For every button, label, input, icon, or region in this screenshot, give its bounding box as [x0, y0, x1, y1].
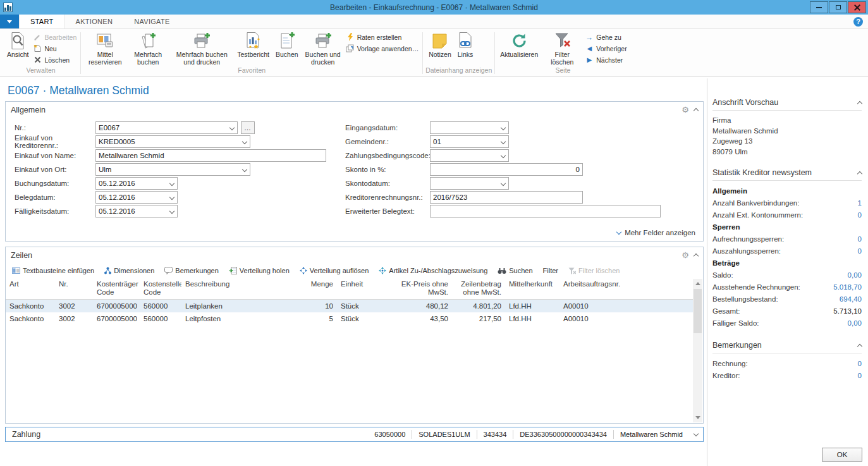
links-button[interactable]: Links [455, 30, 477, 59]
col-ek-preis[interactable]: EK-Preis ohne MwSt. [390, 278, 452, 299]
zahlung-label: Zahlung [6, 430, 40, 439]
verteilung-holen-button[interactable]: Verteilung holen [229, 267, 290, 274]
vertical-scrollbar[interactable] [693, 279, 702, 422]
col-art[interactable]: Art [6, 278, 55, 299]
nr-combobox[interactable]: E0067 [95, 121, 238, 134]
col-zeilenbetrag[interactable]: Zeilenbetrag ohne MwSt. [452, 278, 505, 299]
skonto-input[interactable]: 0 [430, 163, 583, 176]
textbausteine-einfuegen-button[interactable]: Textbausteine einfügen [12, 267, 94, 274]
scrollbar-thumb[interactable] [694, 289, 702, 333]
filter-button[interactable]: Filter [543, 267, 558, 274]
mehrfach-buchen-und-drucken-button[interactable]: Mehrfach buchen und drucken [169, 30, 234, 66]
buchen-und-drucken-button[interactable]: Buchen und drucken [302, 30, 345, 66]
table-row[interactable]: Sachkonto 3002 6700005000 560000 Leitpla… [6, 300, 694, 312]
aktualisieren-button[interactable]: Aktualisieren [498, 30, 541, 59]
erweiterter-belegtext-input[interactable] [430, 205, 661, 218]
naechster-button[interactable]: Nächster [585, 55, 627, 64]
gear-icon[interactable] [682, 105, 689, 114]
faelligkeitsdatum-combobox[interactable]: 05.12.2016 [95, 205, 178, 218]
artikel-zuweisung-button[interactable]: Artikel Zu-/Abschlagszuweisung [379, 267, 487, 274]
statistik-title: Statistik Kreditor newsystem [712, 168, 812, 177]
zahlung-factbox-bar[interactable]: Zahlung 63050000 SOLADES1ULM 343434 DE33… [5, 427, 704, 442]
stat-value-link[interactable]: 1 [858, 197, 862, 209]
ribbon-separator [494, 32, 495, 74]
stat-value-link[interactable]: 0,00 [848, 317, 862, 329]
filter-loeschen-lines-button[interactable]: Filter löschen [568, 267, 620, 274]
chevron-down-icon [169, 209, 174, 214]
stat-value-link[interactable]: 694,40 [840, 293, 862, 305]
zahlungsbedingungscode-combobox[interactable] [430, 149, 509, 162]
kreditorenrechnungsnr-input[interactable]: 2016/7523 [430, 191, 583, 204]
mehrfach-buchen-button[interactable]: Mehrfach buchen [126, 30, 169, 66]
col-arbeitsauftragsnr[interactable]: Arbeitsauftragsnr. [559, 278, 694, 299]
maximize-button[interactable] [829, 1, 847, 13]
mehr-felder-anzeigen-link[interactable]: Mehr Felder anzeigen [617, 229, 695, 236]
stat-value-link[interactable]: 0 [858, 209, 862, 221]
collapse-chevron-icon[interactable] [857, 343, 862, 348]
neu-button[interactable]: Neu [33, 44, 76, 53]
testbericht-button[interactable]: Testbericht [234, 30, 272, 59]
stat-value-link[interactable]: 0 [858, 233, 862, 245]
collapse-chevron-icon[interactable] [857, 171, 862, 176]
gehe-zu-button[interactable]: Gehe zu [585, 32, 627, 42]
skontodatum-combobox[interactable] [430, 177, 509, 190]
belegdatum-combobox[interactable]: 05.12.2016 [95, 191, 178, 204]
col-mittelherkunft[interactable]: Mittelherkunft [505, 278, 559, 299]
eingangsdatum-combobox[interactable] [430, 121, 509, 134]
tab-aktionen[interactable]: AKTIONEN [65, 15, 124, 28]
filter-loeschen-button[interactable]: Filter löschen [541, 30, 584, 66]
scroll-up-arrow[interactable] [693, 279, 702, 288]
stat-value: 5.713,10 [833, 305, 862, 317]
ribbon-group-seite: Aktualisieren Filter löschen Gehe zu Vor… [498, 30, 628, 76]
close-button[interactable] [848, 1, 866, 13]
gemeindenr-combobox[interactable]: 01 [430, 135, 509, 148]
col-nr[interactable]: Nr. [55, 278, 93, 299]
minimize-button[interactable] [810, 1, 828, 13]
verteilung-aufloesen-button[interactable]: Verteilung auflösen [300, 267, 369, 274]
collapse-chevron-icon[interactable] [857, 101, 862, 106]
col-menge[interactable]: Menge [300, 278, 337, 299]
col-beschreibung[interactable]: Beschreibung [181, 278, 300, 299]
vorlage-anwenden-button[interactable]: Vorlage anwenden… [346, 44, 419, 53]
stat-row: Anzahl Ext. Kontonummern: 0 [712, 209, 862, 221]
raten-erstellen-button[interactable]: Raten erstellen [346, 32, 419, 42]
scroll-down-arrow[interactable] [693, 413, 702, 422]
suchen-button[interactable]: Suchen [498, 267, 532, 274]
loeschen-button[interactable]: Löschen [33, 55, 76, 64]
table-row[interactable]: Sachkonto 3002 6700005000 560000 Leitpfo… [6, 312, 694, 325]
ort-combobox[interactable]: Ulm [95, 163, 250, 176]
col-kostenstellen[interactable]: Kostenstellen Code [140, 278, 181, 299]
col-einheit[interactable]: Einheit [337, 278, 390, 299]
factbox-divider [707, 78, 707, 466]
collapse-chevron-icon[interactable] [694, 254, 699, 259]
vorheriger-button[interactable]: Vorheriger [585, 44, 627, 53]
gear-icon[interactable] [682, 250, 689, 260]
stat-value-link[interactable]: 0 [858, 358, 862, 370]
dimensionen-button[interactable]: Dimensionen [104, 267, 154, 274]
application-menu-button[interactable] [0, 15, 19, 28]
stat-value-link[interactable]: 0 [858, 245, 862, 257]
view-document-icon [10, 31, 25, 51]
ribbon-separator [80, 32, 81, 74]
bemerkungen-button[interactable]: Bemerkungen [164, 267, 219, 274]
stat-value-link[interactable]: 5.018,70 [833, 281, 862, 293]
notizen-button[interactable]: Notizen [425, 30, 455, 59]
col-kostentraeger[interactable]: Kostenträger Code [93, 278, 140, 299]
kreditorennr-combobox[interactable]: KRED0005 [95, 135, 250, 148]
bearbeiten-button[interactable]: Bearbeiten [33, 32, 76, 42]
chevron-down-icon[interactable] [689, 431, 703, 438]
stat-value-link[interactable]: 0,00 [848, 269, 862, 281]
mittel-reservieren-button[interactable]: Mittel reservieren [83, 30, 126, 66]
collapse-chevron-icon[interactable] [694, 108, 699, 113]
field-label-ort: Einkauf von Ort: [15, 166, 95, 173]
ok-button[interactable]: OK [822, 448, 862, 462]
tab-start[interactable]: START [19, 15, 65, 28]
buchungsdatum-combobox[interactable]: 05.12.2016 [95, 177, 178, 190]
stat-value-link[interactable]: 0 [858, 370, 862, 382]
name-input[interactable]: Metallwaren Schmid [95, 149, 326, 162]
buchen-button[interactable]: Buchen [272, 30, 302, 59]
ansicht-button[interactable]: Ansicht [4, 30, 32, 59]
nr-assist-button[interactable]: … [241, 121, 255, 134]
help-icon[interactable]: ? [853, 17, 863, 27]
tab-navigate[interactable]: NAVIGATE [123, 15, 180, 28]
